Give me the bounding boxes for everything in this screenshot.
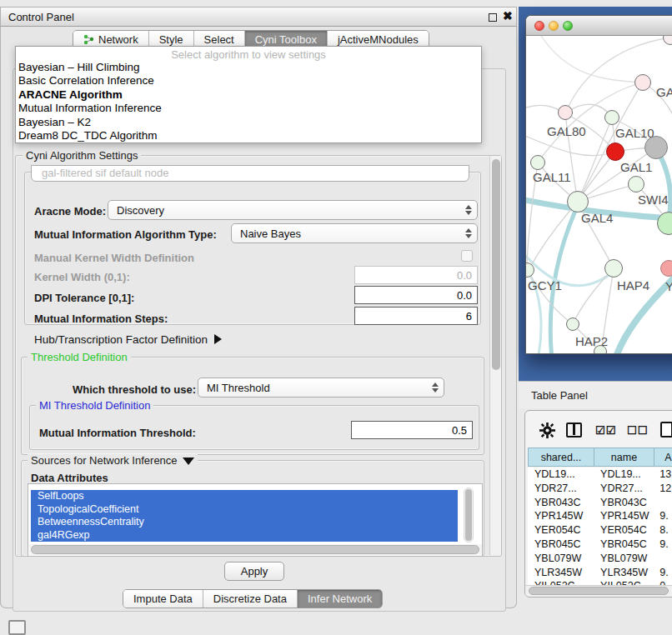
- table-cell: 9.: [653, 509, 672, 523]
- table-row[interactable]: YPR145WYPR145W9.: [528, 509, 672, 523]
- mi-type-label: Mutual Information Algorithm Type:: [34, 228, 217, 241]
- node-label: GAL: [656, 85, 672, 99]
- table-row[interactable]: YIL052CYIL052C0.: [528, 579, 672, 585]
- tab-label: Style: [159, 33, 183, 46]
- attribute-item[interactable]: gal4RGexp: [31, 529, 458, 542]
- network-node-gal10[interactable]: [604, 110, 619, 125]
- minimized-window-icon[interactable]: [8, 620, 26, 635]
- table-row[interactable]: YBL079WYBL079W: [528, 552, 672, 566]
- zoom-traffic-light-icon[interactable]: [563, 21, 573, 31]
- network-node-y[interactable]: [660, 260, 672, 277]
- table-cell: YBR045C: [528, 538, 594, 552]
- algorithm-option[interactable]: Basic Correlation Inference: [16, 74, 481, 88]
- network-node-gal[interactable]: [634, 74, 651, 91]
- network-edge[interactable]: [565, 38, 670, 113]
- data-attributes-label: Data Attributes: [31, 472, 108, 484]
- table-row[interactable]: YDR27...YDR27...12: [528, 482, 672, 496]
- network-node-swi4[interactable]: [628, 176, 644, 192]
- table-cell: 8.: [653, 523, 672, 538]
- sources-group-title[interactable]: Sources for Network Inference: [28, 454, 198, 467]
- node-label: Y: [665, 279, 672, 293]
- attribute-item[interactable]: SelfLoops: [31, 490, 458, 503]
- float-window-icon[interactable]: [489, 13, 497, 22]
- tab-discretize-data[interactable]: Discretize Data: [203, 590, 298, 608]
- tab-label: Infer Network: [308, 592, 372, 605]
- table-row[interactable]: YBR045CYBR045C9.: [528, 538, 672, 552]
- network-node[interactable]: [644, 136, 668, 159]
- tab-impute-data[interactable]: Impute Data: [123, 590, 203, 608]
- algorithm-option[interactable]: ARACNE Algorithm: [16, 88, 481, 102]
- mi-steps-field[interactable]: 6: [354, 307, 478, 325]
- column-header-a[interactable]: A: [654, 448, 672, 467]
- table-cell: 9.: [653, 538, 672, 552]
- unchecked-boxes-icon[interactable]: ☐☐: [627, 424, 648, 437]
- network-selector-combo[interactable]: gal-filtered sif default node: [31, 165, 469, 182]
- checked-boxes-icon[interactable]: ☑☑: [595, 424, 616, 437]
- network-edge[interactable]: [529, 202, 578, 270]
- table-cell: YPR145W: [594, 509, 653, 523]
- network-edge[interactable]: [541, 36, 643, 82]
- network-node-gal80[interactable]: [558, 105, 573, 120]
- aracne-mode-combo[interactable]: Discovery: [108, 200, 478, 220]
- gear-icon[interactable]: [539, 422, 555, 438]
- network-node[interactable]: [594, 345, 607, 354]
- table-cell: 9.: [653, 566, 672, 580]
- kernel-width-field[interactable]: 0.0: [354, 266, 478, 284]
- mi-type-combo[interactable]: Naive Bayes: [231, 223, 478, 243]
- hub-definition-toggle[interactable]: Hub/Transcription Factor Definition: [34, 333, 222, 346]
- list-horizontal-scrollbar[interactable]: [29, 544, 482, 555]
- network-edge[interactable]: [538, 82, 643, 162]
- network-node-gal1[interactable]: [606, 142, 624, 161]
- mi-threshold-field[interactable]: 0.5: [351, 421, 473, 439]
- attribute-item[interactable]: TopologicalCoefficient: [31, 503, 458, 517]
- algorithm-option[interactable]: Bayesian – K2: [16, 116, 481, 129]
- table-row[interactable]: YLR345WYLR345W9.: [528, 566, 672, 580]
- table-row[interactable]: YBR043CYBR043C: [528, 496, 672, 510]
- network-view-window[interactable]: GALGAL80GAL10GAL1SWI4GAL11GAL4GCY1HAP4YH…: [525, 15, 672, 354]
- settings-scrollbar[interactable]: [489, 156, 501, 555]
- close-traffic-light-icon[interactable]: [534, 21, 544, 31]
- algorithm-option[interactable]: Dream8 DC_TDC Algorithm: [16, 129, 481, 142]
- apply-button[interactable]: Apply: [224, 562, 284, 581]
- network-window-titlebar[interactable]: [526, 16, 672, 36]
- dpi-tolerance-label: DPI Tolerance [0,1]:: [34, 292, 134, 304]
- table-cell: [653, 496, 672, 510]
- network-node-hap4[interactable]: [604, 259, 623, 278]
- data-attributes-list[interactable]: SelfLoopsTopologicalCoefficientBetweenne…: [28, 483, 483, 557]
- which-threshold-label: Which threshold to use:: [73, 383, 196, 396]
- table-cell: 13: [653, 468, 672, 482]
- table-cell: 0.: [653, 579, 672, 585]
- table-cell: YBR043C: [594, 496, 653, 510]
- algorithm-option[interactable]: Mutual Information Inference: [16, 102, 481, 115]
- combo-arrows-icon: [429, 382, 444, 392]
- minimize-traffic-light-icon[interactable]: [549, 21, 559, 31]
- column-header-shared[interactable]: shared...: [528, 448, 594, 467]
- combo-arrows-icon: [462, 228, 477, 238]
- table-row[interactable]: YDL19...YDL19...13: [528, 468, 672, 482]
- table-header-row: shared...nameA: [528, 448, 672, 467]
- dpi-tolerance-field[interactable]: 0.0: [354, 286, 478, 304]
- manual-kernel-checkbox[interactable]: [461, 250, 473, 262]
- control-panel-title: Control Panel: [8, 11, 74, 23]
- table-cell: YER054C: [594, 523, 653, 538]
- network-node-gal11[interactable]: [530, 155, 545, 170]
- attribute-item[interactable]: BetweennessCentrality: [31, 516, 458, 529]
- list-vertical-scrollbar[interactable]: [464, 488, 474, 542]
- close-icon[interactable]: ✖: [503, 9, 513, 22]
- tab-label: Cyni Toolbox: [255, 33, 317, 46]
- columns-icon[interactable]: [566, 422, 582, 438]
- table-horizontal-scrollbar[interactable]: [525, 585, 672, 596]
- algorithm-option[interactable]: Bayesian – Hill Climbing: [16, 61, 481, 74]
- control-panel-titlebar[interactable]: Control Panel ✖: [0, 7, 517, 27]
- column-header-name[interactable]: name: [594, 448, 654, 467]
- table-row[interactable]: YER054CYER054C8.: [528, 523, 672, 538]
- mi-threshold-group-title: MI Threshold Definition: [36, 399, 153, 412]
- node-label: GAL1: [620, 160, 652, 174]
- node-label: GCY1: [528, 278, 562, 292]
- network-node-hap2[interactable]: [566, 318, 579, 331]
- network-node-gal4[interactable]: [567, 191, 589, 212]
- tab-infer-network[interactable]: Infer Network: [298, 590, 382, 608]
- network-canvas[interactable]: GALGAL80GAL10GAL1SWI4GAL11GAL4GCY1HAP4YH…: [526, 36, 672, 354]
- page-icon[interactable]: [660, 422, 672, 438]
- which-threshold-combo[interactable]: MI Threshold: [198, 378, 444, 398]
